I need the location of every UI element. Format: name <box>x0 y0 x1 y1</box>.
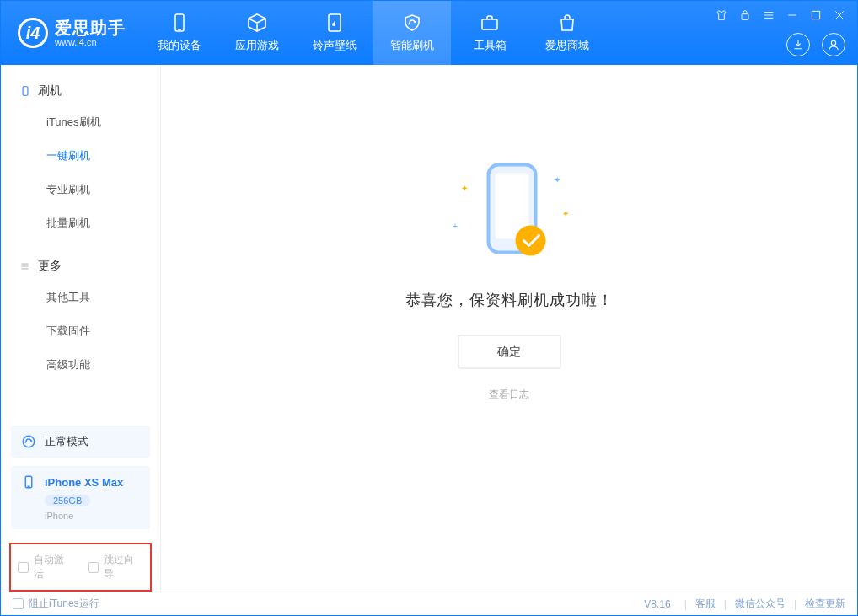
svg-rect-4 <box>742 14 748 20</box>
tab-label: 爱思商城 <box>545 38 589 53</box>
svg-rect-3 <box>482 19 497 29</box>
tab-label: 工具箱 <box>474 38 507 53</box>
separator: | <box>684 598 687 610</box>
app-logo: i4 爱思助手 www.i4.cn <box>1 18 141 48</box>
download-button[interactable] <box>786 33 810 56</box>
sidebar-item-pro-flash[interactable]: 专业刷机 <box>1 173 160 206</box>
device-icon <box>21 474 36 490</box>
tab-label: 智能刷机 <box>390 38 434 53</box>
view-log-link[interactable]: 查看日志 <box>405 388 614 402</box>
tab-label: 我的设备 <box>158 38 201 53</box>
app-url: www.i4.cn <box>55 37 126 47</box>
music-file-icon <box>324 13 345 33</box>
sidebar-item-batch-flash[interactable]: 批量刷机 <box>1 206 160 240</box>
svg-rect-9 <box>812 11 819 19</box>
sidebar: 刷机 iTunes刷机 一键刷机 专业刷机 批量刷机 更多 其他工具 下载固件 … <box>1 65 161 592</box>
device-capacity: 256GB <box>45 495 90 506</box>
close-icon[interactable] <box>832 8 847 23</box>
tab-apps-games[interactable]: 应用游戏 <box>218 1 296 65</box>
highlighted-options: 自动激活 跳过向导 <box>9 543 152 592</box>
tab-ringtone-wallpaper[interactable]: 铃声壁纸 <box>296 1 373 65</box>
footer: 阻止iTunes运行 V8.16 | 客服 | 微信公众号 | 检查更新 <box>1 592 857 615</box>
briefcase-icon <box>480 13 500 33</box>
checkbox-label: 阻止iTunes运行 <box>29 597 99 611</box>
checkbox-icon <box>13 598 24 609</box>
sidebar-group-label: 更多 <box>38 259 62 274</box>
sync-icon <box>21 434 36 449</box>
main-area: ✦ + ✦ ✦ 恭喜您，保资料刷机成功啦！ 确定 查看日志 <box>161 65 857 592</box>
svg-rect-13 <box>23 87 28 96</box>
tab-my-device[interactable]: 我的设备 <box>141 1 218 65</box>
ok-button[interactable]: 确定 <box>458 335 560 369</box>
shirt-icon[interactable] <box>714 8 729 23</box>
tab-toolbox[interactable]: 工具箱 <box>451 1 528 65</box>
sidebar-item-other-tools[interactable]: 其他工具 <box>1 281 160 314</box>
auto-activate-checkbox[interactable]: 自动激活 <box>18 553 73 581</box>
skip-guide-checkbox[interactable]: 跳过向导 <box>88 553 144 581</box>
device-mode-label: 正常模式 <box>45 434 88 449</box>
tab-label: 铃声壁纸 <box>313 38 357 53</box>
refresh-shield-icon <box>402 13 422 33</box>
shopping-bag-icon <box>557 13 577 33</box>
lock-icon[interactable] <box>737 8 753 23</box>
top-aux-buttons <box>786 33 845 56</box>
checkbox-label: 自动激活 <box>34 553 73 581</box>
phone-icon <box>169 13 190 33</box>
device-type: iPhone <box>45 511 140 521</box>
sidebar-group-more: 更多 <box>1 252 160 281</box>
device-name: iPhone XS Max <box>45 476 123 489</box>
block-itunes-checkbox[interactable]: 阻止iTunes运行 <box>13 597 99 611</box>
tab-store[interactable]: 爱思商城 <box>528 1 606 65</box>
checkbox-icon <box>88 562 99 573</box>
top-tabs: 我的设备 应用游戏 铃声壁纸 智能刷机 工具箱 爱思商城 <box>141 1 606 65</box>
sidebar-item-oneclick-flash[interactable]: 一键刷机 <box>1 139 160 173</box>
version-label: V8.16 <box>644 598 670 610</box>
sidebar-item-itunes-flash[interactable]: iTunes刷机 <box>1 105 160 139</box>
tab-label: 应用游戏 <box>235 38 279 53</box>
separator: | <box>724 598 727 610</box>
sidebar-group-flash: 刷机 <box>1 77 160 105</box>
check-update-link[interactable]: 检查更新 <box>805 597 845 611</box>
list-icon <box>19 260 31 272</box>
sidebar-item-download-fw[interactable]: 下载固件 <box>1 314 160 348</box>
top-bar: i4 爱思助手 www.i4.cn 我的设备 应用游戏 铃声壁纸 智能刷机 工具… <box>1 1 857 65</box>
svg-point-12 <box>831 40 835 45</box>
logo-icon: i4 <box>18 18 48 48</box>
minimize-icon[interactable] <box>785 8 800 23</box>
device-box[interactable]: iPhone XS Max 256GB iPhone <box>11 466 150 529</box>
svg-point-22 <box>515 226 545 256</box>
cube-icon <box>247 13 267 33</box>
device-mode-box[interactable]: 正常模式 <box>11 426 150 458</box>
wechat-link[interactable]: 微信公众号 <box>735 597 786 611</box>
app-name: 爱思助手 <box>55 19 126 37</box>
checkbox-icon <box>18 562 29 573</box>
success-message: 恭喜您，保资料刷机成功啦！ <box>405 290 614 310</box>
svg-rect-0 <box>175 14 184 31</box>
tab-smart-flash[interactable]: 智能刷机 <box>373 1 451 65</box>
support-link[interactable]: 客服 <box>695 597 716 611</box>
window-controls <box>714 8 847 23</box>
phone-outline-icon <box>19 85 31 97</box>
checkbox-label: 跳过向导 <box>104 553 143 581</box>
menu-icon[interactable] <box>761 8 776 23</box>
svg-point-17 <box>23 436 35 447</box>
maximize-icon[interactable] <box>808 8 823 23</box>
sidebar-group-label: 刷机 <box>38 83 62 99</box>
success-illustration: ✦ + ✦ ✦ <box>446 150 572 276</box>
sidebar-item-advanced[interactable]: 高级功能 <box>1 348 160 382</box>
separator: | <box>794 598 796 610</box>
user-button[interactable] <box>822 33 845 56</box>
